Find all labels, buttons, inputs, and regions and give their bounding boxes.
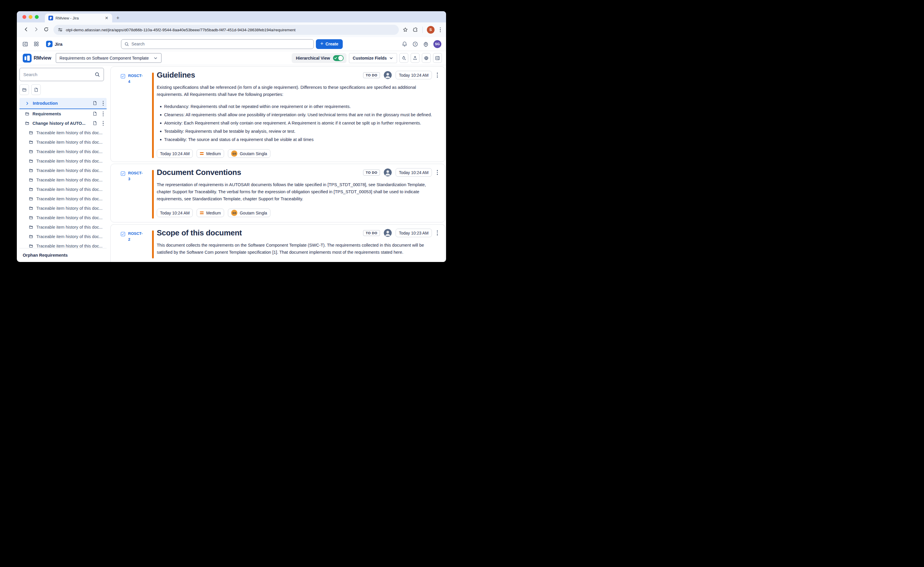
sidebar-item-introduction[interactable]: Introduction [20,98,107,109]
tab-close-icon[interactable]: ✕ [104,16,109,20]
sidebar-item-traceable[interactable]: Traceable item history of this doc... [20,194,107,204]
rmview-toolbar: RMview Requirements on Software Componen… [17,51,446,65]
checkbox-checked-icon[interactable] [120,232,125,237]
rmview-logo-icon [23,54,32,63]
sidebar-item-traceable[interactable]: Traceable item history of this doc... [20,138,107,147]
user-avatar[interactable]: SG [433,40,441,48]
global-search[interactable] [121,39,314,49]
reload-icon[interactable] [41,27,51,33]
sidebar-item-traceable[interactable]: Traceable item history of this doc... [20,242,107,248]
close-window-button[interactable] [23,15,26,19]
content-area: Introduction Requirements [17,65,446,262]
create-button[interactable]: +Create [316,39,343,49]
card-menu-icon[interactable] [436,229,439,236]
global-search-input[interactable] [131,42,311,46]
page-icon[interactable] [92,121,98,126]
bullet-item: Traceability: The source and status of a… [157,136,439,143]
checkbox-checked-icon[interactable] [120,74,125,79]
assignee-avatar[interactable] [384,168,392,176]
requirement-title[interactable]: Document Conventions [157,168,363,177]
updated-date-chip[interactable]: Today 10:24 AM [395,168,431,177]
requirement-title[interactable]: Guidelines [157,70,363,80]
sidebar-item-traceable[interactable]: Traceable item history of this doc... [20,184,107,194]
new-tab-button[interactable]: + [116,15,120,21]
priority-chip[interactable]: Medium [197,149,224,158]
folder-icon [29,225,33,230]
sidebar-item-traceable[interactable]: Traceable item history of this doc... [20,232,107,242]
search-icon [95,72,100,77]
screen: RMview - Jira ✕ + otpl-demo.atlassian.ne… [0,0,462,284]
requirement-title[interactable]: Scope of this document [157,228,363,237]
item-menu-icon[interactable] [102,120,105,127]
sidebar-item-traceable[interactable]: Traceable item history of this doc... [20,147,107,156]
assignee-avatar[interactable] [384,71,392,79]
sidebar-item-traceable[interactable]: Traceable item history of this doc... [20,156,107,166]
url-bar[interactable]: otpl-demo.atlassian.net/jira/apps/d078d6… [53,25,399,35]
back-icon[interactable] [21,27,31,33]
sidebar-item-traceable[interactable]: Traceable item history of this doc... [20,204,107,213]
assignee-chip[interactable]: GSGoutam Singla [228,149,270,158]
window-controls[interactable] [23,15,39,19]
bullet-item: Atomicity: Each Requirement shall only c… [157,120,439,126]
forward-icon[interactable] [31,27,41,33]
date-chip[interactable]: Today 10:24 AM [157,149,193,158]
requirement-key[interactable]: ROSCT-3 [128,170,145,222]
updated-date-chip[interactable]: Today 10:24 AM [395,71,431,80]
support-button[interactable] [422,53,431,63]
hierarchical-view-toggle[interactable] [333,55,344,61]
sidebar-item-requirements[interactable]: Requirements [20,109,107,118]
paint-fill-button[interactable] [400,53,408,63]
svg-text:?: ? [415,42,416,46]
browser-tab[interactable]: RMview - Jira ✕ [45,14,112,22]
requirement-key[interactable]: ROSCT-4 [128,73,145,162]
bookmark-star-icon[interactable] [403,27,408,33]
new-page-button[interactable] [31,84,41,95]
assignee-avatar[interactable] [384,229,392,237]
sidebar-item-traceable[interactable]: Traceable item history of this doc... [20,175,107,184]
export-button[interactable] [411,53,419,63]
hierarchical-view-control: Hierarchical View [291,53,347,63]
help-icon[interactable]: ? [412,41,418,47]
sidebar-search-input[interactable] [23,72,95,77]
status-badge[interactable]: TO DO [363,170,380,176]
assignee-initials-avatar: GS [231,150,237,157]
card-menu-icon[interactable] [436,169,439,176]
item-menu-icon[interactable] [102,100,105,107]
sidebar-item-traceable[interactable]: Traceable item history of this doc... [20,128,107,138]
zoom-window-button[interactable] [35,15,39,19]
orphan-requirements-link[interactable]: Orphan Requirements [23,253,68,258]
jira-home-link[interactable]: Jira [46,41,63,47]
sidebar-item-traceable[interactable]: Traceable item history of this doc... [20,222,107,232]
settings-gear-icon[interactable] [423,41,429,47]
checkbox-checked-icon[interactable] [120,171,125,176]
priority-chip[interactable]: Medium [197,208,224,217]
sidebar-item-traceable[interactable]: Traceable item history of this doc... [20,166,107,175]
card-menu-icon[interactable] [436,71,439,78]
collapse-panel-button[interactable] [433,53,442,63]
sidebar-item-change-history[interactable]: Change history of AUTO... [20,118,107,128]
customize-fields-button[interactable]: Customize Fields [349,53,397,63]
extensions-icon[interactable] [412,27,418,33]
date-chip[interactable]: Today 10:24 AM [157,208,193,217]
chevron-right-icon[interactable] [26,102,29,105]
rmview-app-name: RMview [34,56,51,61]
status-badge[interactable]: TO DO [363,230,380,236]
sidebar-item-traceable[interactable]: Traceable item history of this doc... [20,213,107,222]
collapse-folders-button[interactable] [20,84,29,95]
updated-date-chip[interactable]: Today 10:23 AM [395,229,431,237]
item-menu-icon[interactable] [102,110,105,117]
page-icon[interactable] [92,100,98,106]
browser-profile-avatar[interactable]: S [427,26,434,34]
app-switcher-icon[interactable] [33,41,39,47]
sidebar-search[interactable] [20,68,104,81]
document-select[interactable]: Requirements on Software Component Templ… [56,53,161,63]
minimize-window-button[interactable] [29,15,33,19]
expand-sidebar-icon[interactable] [22,41,29,47]
browser-menu-icon[interactable] [439,26,442,33]
status-badge[interactable]: TO DO [363,72,380,78]
assignee-chip[interactable]: GSGoutam Singla [228,208,270,217]
notifications-bell-icon[interactable] [401,41,408,47]
site-settings-icon[interactable] [57,27,63,33]
page-icon[interactable] [92,111,98,116]
requirement-key[interactable]: ROSCT-2 [128,231,145,262]
